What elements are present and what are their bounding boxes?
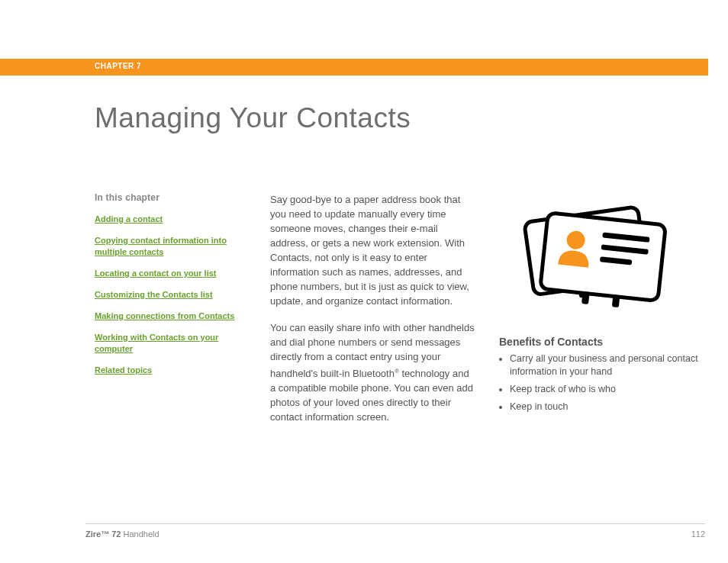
toc-link-customizing-list[interactable]: Customizing the Contacts list bbox=[95, 289, 240, 301]
chapter-header-bar: CHAPTER 7 bbox=[0, 59, 708, 76]
footer-page-number: 112 bbox=[691, 529, 705, 539]
benefits-list: Carry all your business and personal con… bbox=[499, 352, 708, 413]
in-this-chapter-heading: In this chapter bbox=[95, 192, 240, 203]
benefit-item-3: Keep in touch bbox=[510, 401, 708, 413]
toc-link-related-topics[interactable]: Related topics bbox=[95, 365, 240, 376]
svg-rect-9 bbox=[612, 294, 620, 307]
toc-link-adding-contact[interactable]: Adding a contact bbox=[95, 214, 240, 225]
benefit-item-2: Keep track of who is who bbox=[510, 383, 708, 396]
svg-rect-8 bbox=[581, 291, 590, 304]
benefit-item-1: Carry all your business and personal con… bbox=[510, 352, 708, 378]
right-column: Benefits of Contacts Carry all your busi… bbox=[499, 192, 708, 418]
footer-rule bbox=[85, 523, 705, 524]
toc-link-locating-contact[interactable]: Locating a contact on your list bbox=[95, 268, 240, 279]
body-text-column: Say good-bye to a paper address book tha… bbox=[270, 192, 476, 436]
toc-link-copying-contact-info[interactable]: Copying contact information into multipl… bbox=[95, 235, 240, 258]
page-footer: Zire™ 72 Handheld 112 bbox=[85, 529, 705, 539]
contact-card-illustration bbox=[507, 192, 675, 322]
intro-paragraph-1: Say good-bye to a paper address book tha… bbox=[270, 192, 476, 308]
footer-product-name: Zire™ 72 bbox=[85, 529, 121, 539]
benefits-heading: Benefits of Contacts bbox=[499, 336, 708, 348]
page-title: Managing Your Contacts bbox=[95, 102, 411, 134]
toc-link-making-connections[interactable]: Making connections from Contacts bbox=[95, 310, 240, 322]
in-this-chapter-sidebar: In this chapter Adding a contact Copying… bbox=[95, 192, 240, 386]
chapter-label: CHAPTER 7 bbox=[95, 62, 141, 70]
toc-link-working-on-computer[interactable]: Working with Contacts on your computer bbox=[95, 332, 240, 355]
footer-product-rest: Handheld bbox=[121, 529, 159, 539]
intro-paragraph-2: You can easily share info with other han… bbox=[270, 320, 476, 424]
